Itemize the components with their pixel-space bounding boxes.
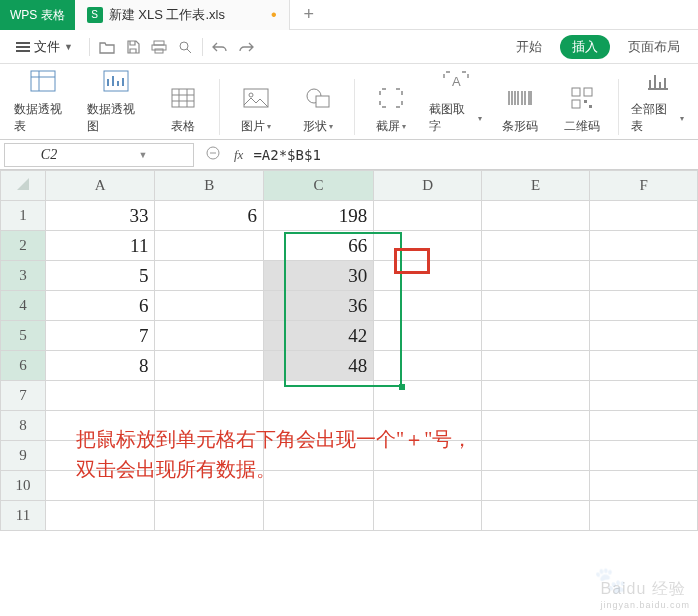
cell[interactable]: 30 (263, 261, 373, 291)
cell[interactable]: 6 (46, 291, 155, 321)
cell[interactable]: 7 (46, 321, 155, 351)
cell[interactable] (590, 471, 698, 501)
cell[interactable] (590, 261, 698, 291)
picture-button[interactable]: 图片▾ (226, 84, 286, 135)
open-icon[interactable] (98, 38, 116, 56)
cell[interactable] (374, 501, 482, 531)
row-header[interactable]: 7 (1, 381, 46, 411)
document-tab[interactable]: S 新建 XLS 工作表.xls • (75, 0, 290, 30)
row-header[interactable]: 2 (1, 231, 46, 261)
screenshot-button[interactable]: 截屏▾ (361, 84, 421, 135)
select-all-corner[interactable] (1, 171, 46, 201)
cell[interactable] (155, 321, 264, 351)
cell[interactable] (374, 231, 482, 261)
cell[interactable] (482, 501, 590, 531)
file-menu[interactable]: 文件 ▼ (8, 34, 81, 60)
cell[interactable] (590, 351, 698, 381)
cancel-formula-icon[interactable] (198, 146, 228, 163)
row-header[interactable]: 3 (1, 261, 46, 291)
fx-label[interactable]: fx (228, 147, 249, 163)
cell[interactable] (155, 231, 264, 261)
shape-button[interactable]: 形状▾ (288, 84, 348, 135)
print-icon[interactable] (150, 38, 168, 56)
cell[interactable]: 198 (263, 201, 373, 231)
cell[interactable] (590, 201, 698, 231)
cell[interactable] (155, 291, 264, 321)
redo-icon[interactable] (237, 38, 255, 56)
fill-handle[interactable] (399, 384, 405, 390)
cell[interactable] (482, 351, 590, 381)
col-header-A[interactable]: A (46, 171, 155, 201)
chevron-down-icon[interactable]: ▼ (93, 150, 193, 160)
row-header[interactable]: 9 (1, 441, 46, 471)
cell[interactable] (482, 441, 590, 471)
cell[interactable] (374, 351, 482, 381)
table-button[interactable]: 表格 (153, 84, 213, 135)
cell[interactable] (155, 351, 264, 381)
cell[interactable] (374, 261, 482, 291)
row-header[interactable]: 4 (1, 291, 46, 321)
pivot-chart-button[interactable]: 数据透视图 (81, 67, 152, 135)
cell[interactable] (590, 441, 698, 471)
cell[interactable] (590, 501, 698, 531)
cell[interactable] (263, 501, 373, 531)
row-header[interactable]: 1 (1, 201, 46, 231)
cell[interactable] (482, 381, 590, 411)
cell[interactable] (155, 501, 264, 531)
cell[interactable] (590, 231, 698, 261)
row-header[interactable]: 5 (1, 321, 46, 351)
save-icon[interactable] (124, 38, 142, 56)
cell[interactable]: 66 (263, 231, 373, 261)
new-tab-button[interactable]: + (290, 4, 329, 25)
cell[interactable]: 42 (263, 321, 373, 351)
row-header[interactable]: 10 (1, 471, 46, 501)
pivot-table-button[interactable]: 数据透视表 (8, 67, 79, 135)
undo-icon[interactable] (211, 38, 229, 56)
barcode-button[interactable]: 条形码 (490, 84, 550, 135)
cell[interactable] (590, 381, 698, 411)
cell[interactable] (155, 381, 264, 411)
cell[interactable] (374, 201, 482, 231)
cell[interactable]: 33 (46, 201, 155, 231)
col-header-C[interactable]: C (263, 171, 373, 201)
cell[interactable] (482, 411, 590, 441)
cell[interactable]: 6 (155, 201, 264, 231)
row-header[interactable]: 8 (1, 411, 46, 441)
cell[interactable] (590, 291, 698, 321)
cell[interactable]: 5 (46, 261, 155, 291)
screenshot-text-button[interactable]: A 截图取字▾ (423, 67, 488, 135)
col-header-F[interactable]: F (590, 171, 698, 201)
cell[interactable] (482, 261, 590, 291)
cell[interactable] (155, 261, 264, 291)
qrcode-button[interactable]: 二维码 (552, 84, 612, 135)
cell[interactable] (590, 321, 698, 351)
col-header-B[interactable]: B (155, 171, 264, 201)
tab-insert[interactable]: 插入 (560, 35, 610, 59)
tab-layout[interactable]: 页面布局 (618, 34, 690, 60)
cell[interactable] (590, 411, 698, 441)
cell[interactable]: 11 (46, 231, 155, 261)
cell[interactable] (46, 381, 155, 411)
name-box[interactable]: C2 ▼ (4, 143, 194, 167)
cell[interactable] (46, 501, 155, 531)
row-header[interactable]: 6 (1, 351, 46, 381)
cell[interactable] (482, 291, 590, 321)
tab-start[interactable]: 开始 (506, 34, 552, 60)
cell[interactable]: 48 (263, 351, 373, 381)
row-header[interactable]: 11 (1, 501, 46, 531)
col-header-D[interactable]: D (374, 171, 482, 201)
formula-input[interactable]: =A2*$B$1 (249, 145, 698, 165)
cell[interactable] (263, 381, 373, 411)
col-header-E[interactable]: E (482, 171, 590, 201)
cell[interactable] (482, 471, 590, 501)
cell[interactable] (374, 321, 482, 351)
print-preview-icon[interactable] (176, 38, 194, 56)
all-charts-button[interactable]: 全部图表▾ (625, 67, 690, 135)
cell[interactable]: 8 (46, 351, 155, 381)
cell[interactable] (374, 291, 482, 321)
cell[interactable] (482, 231, 590, 261)
cell[interactable] (482, 201, 590, 231)
cell[interactable] (374, 381, 482, 411)
cell[interactable]: 36 (263, 291, 373, 321)
cell[interactable] (482, 321, 590, 351)
